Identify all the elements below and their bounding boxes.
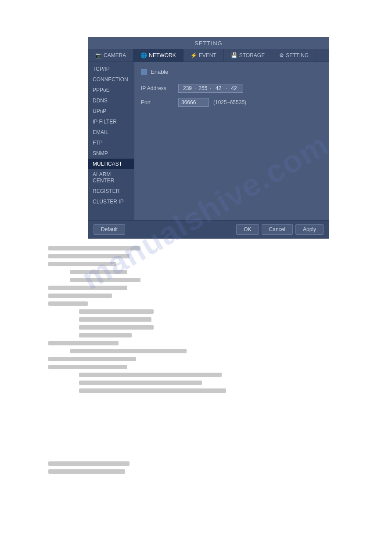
port-input[interactable] (178, 98, 209, 107)
tab-setting[interactable]: ⚙ SETTING (272, 49, 316, 62)
port-row: Port (1025~65535) (141, 98, 322, 107)
tab-setting-label: SETTING (286, 52, 309, 58)
tab-storage[interactable]: 💾 STORAGE (224, 49, 272, 62)
action-buttons: OK Cancel Apply (236, 224, 324, 235)
text-block-2 (48, 262, 116, 266)
sidebar-item-ftp[interactable]: FTP (88, 138, 134, 148)
sidebar-item-email[interactable]: EMAIL (88, 127, 134, 138)
text-block-8 (79, 309, 154, 314)
text-block-10 (79, 325, 154, 330)
ip-segment-3[interactable] (212, 85, 225, 91)
port-label: Port (141, 99, 174, 105)
bottom-text-area (48, 461, 180, 477)
enable-checkbox[interactable]: ✓ (141, 69, 147, 75)
storage-icon: 💾 (231, 52, 237, 58)
sidebar-item-pppoe[interactable]: PPPoE (88, 85, 134, 95)
text-block-5 (48, 286, 127, 290)
sidebar-item-tcpip[interactable]: TCP/IP (88, 64, 134, 74)
sidebar-item-alarmcenter[interactable]: ALARM CENTER (88, 169, 134, 186)
sidebar-item-ipfilter[interactable]: IP FILTER (88, 116, 134, 127)
sidebar: TCP/IP CONNECTION PPPoE DDNS UPnP IP FIL… (88, 62, 134, 220)
bottom-block-0 (48, 461, 129, 466)
tab-event-label: EVENT (199, 52, 216, 58)
tab-camera-label: CAMERA (104, 52, 126, 58)
text-block-0 (48, 246, 140, 250)
text-block-13 (70, 349, 187, 353)
sidebar-item-clusterip[interactable]: CLUSTER IP (88, 196, 134, 207)
tab-network-label: NETWORK (149, 52, 176, 58)
text-block-14 (48, 357, 136, 361)
text-block-9 (79, 317, 151, 322)
enable-label: Enable (151, 69, 168, 75)
event-icon: ⚡ (191, 52, 197, 58)
title-label: SETTING (194, 40, 222, 47)
ip-address-label: IP Address (141, 85, 174, 91)
default-button[interactable]: Default (94, 224, 125, 235)
text-block-12 (48, 341, 119, 345)
bottom-block-1 (48, 469, 125, 474)
ip-segment-4[interactable] (228, 85, 240, 91)
ok-button[interactable]: OK (236, 224, 259, 235)
main-panel: ✓ Enable IP Address · · · Port (134, 62, 329, 220)
ip-segment-2[interactable] (197, 85, 209, 91)
ip-address-field[interactable]: · · · (178, 84, 243, 93)
cancel-button[interactable]: Cancel (262, 224, 293, 235)
text-block-7 (48, 301, 88, 306)
text-block-4 (70, 278, 140, 282)
tab-network[interactable]: 🌐 NETWORK (133, 49, 183, 62)
camera-icon: 📷 (95, 52, 102, 58)
network-icon: 🌐 (140, 52, 147, 58)
title-bar: SETTING (88, 38, 329, 49)
tab-event[interactable]: ⚡ EVENT (183, 49, 224, 62)
sidebar-item-connection[interactable]: CONNECTION (88, 74, 134, 85)
sidebar-item-snmp[interactable]: SNMP (88, 148, 134, 159)
setting-icon: ⚙ (279, 52, 284, 58)
bottom-bar: Default OK Cancel Apply (88, 220, 329, 238)
text-block-1 (48, 254, 129, 258)
content-area: TCP/IP CONNECTION PPPoE DDNS UPnP IP FIL… (88, 62, 329, 220)
text-block-11 (79, 333, 132, 337)
text-content-area (48, 246, 338, 396)
port-range-label: (1025~65535) (213, 99, 246, 105)
enable-row: ✓ Enable (141, 69, 322, 75)
tab-camera[interactable]: 📷 CAMERA (88, 49, 133, 62)
tab-bar: 📷 CAMERA 🌐 NETWORK ⚡ EVENT 💾 STORAGE ⚙ S… (88, 49, 329, 62)
tab-storage-label: STORAGE (239, 52, 265, 58)
settings-dialog: SETTING 📷 CAMERA 🌐 NETWORK ⚡ EVENT 💾 STO… (88, 37, 329, 239)
ip-segment-1[interactable] (181, 85, 194, 91)
ip-address-row: IP Address · · · (141, 84, 322, 93)
text-block-18 (79, 388, 226, 393)
sidebar-item-multicast[interactable]: MULTICAST (88, 159, 134, 169)
text-block-15 (48, 365, 127, 369)
text-block-3 (70, 270, 127, 274)
sidebar-item-ddns[interactable]: DDNS (88, 95, 134, 106)
text-block-16 (79, 373, 222, 377)
sidebar-item-upnp[interactable]: UPnP (88, 106, 134, 116)
text-block-6 (48, 294, 112, 298)
text-block-17 (79, 381, 202, 385)
sidebar-item-register[interactable]: REGISTER (88, 186, 134, 196)
apply-button[interactable]: Apply (295, 224, 324, 235)
